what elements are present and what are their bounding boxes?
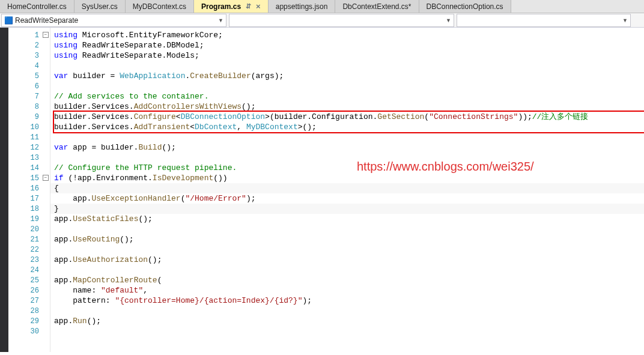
file-tab[interactable]: MyDBContext.cs: [126, 0, 194, 13]
code-line[interactable]: // Configure the HTTP request pipeline.: [50, 163, 644, 173]
file-tab[interactable]: Program.cs⇵×: [194, 0, 269, 13]
code-line[interactable]: // Add services to the container.: [50, 91, 644, 102]
line-number-gutter: 1234567891011121314151617181920212223242…: [8, 28, 50, 352]
code-line[interactable]: var builder = WebApplication.CreateBuild…: [50, 71, 644, 81]
csharp-icon: 🟦: [4, 16, 13, 25]
close-icon[interactable]: ×: [256, 2, 261, 11]
code-line[interactable]: [50, 244, 644, 255]
scope-dropdown-2[interactable]: ▼: [229, 14, 454, 27]
code-line[interactable]: [50, 224, 644, 234]
file-tab[interactable]: HomeController.cs: [0, 0, 74, 13]
code-line[interactable]: {: [50, 183, 644, 193]
code-line[interactable]: var app = builder.Build();: [50, 142, 644, 153]
code-line[interactable]: app.UseExceptionHandler("/Home/Error");: [50, 193, 644, 204]
fold-toggle[interactable]: −: [43, 32, 49, 38]
scope-1-text: ReadWriteSeparate: [15, 16, 78, 25]
file-tab[interactable]: DBConnectionOption.cs: [419, 0, 511, 13]
pin-icon[interactable]: ⇵: [246, 2, 251, 10]
tab-label: SysUser.cs: [82, 2, 118, 11]
code-editor[interactable]: https://www.cnblogs.com/wei325/ using Mi…: [50, 28, 644, 352]
code-line[interactable]: using ReadWriteSeparate.DBModel;: [50, 40, 644, 50]
code-line[interactable]: app.UseAuthorization();: [50, 255, 644, 265]
scope-dropdown-3[interactable]: ▼: [457, 14, 631, 27]
code-line[interactable]: using ReadWriteSeparate.Models;: [50, 50, 644, 61]
scope-dropdown-1[interactable]: 🟦ReadWriteSeparate ▼: [1, 14, 226, 27]
code-line[interactable]: app.Run();: [50, 316, 644, 326]
code-line[interactable]: app.MapControllerRoute(: [50, 275, 644, 285]
code-line[interactable]: builder.Services.AddControllersWithViews…: [50, 102, 644, 112]
file-tab[interactable]: DbContextExtend.cs*: [335, 0, 419, 13]
code-line[interactable]: [50, 81, 644, 91]
chevron-down-icon: ▼: [622, 17, 628, 23]
code-line[interactable]: builder.Services.Configure<DBConnectionO…: [50, 112, 644, 122]
code-line[interactable]: [50, 153, 644, 163]
chevron-down-icon: ▼: [218, 17, 223, 23]
tab-label: Program.cs: [201, 2, 241, 11]
code-line[interactable]: app.UseStaticFiles();: [50, 214, 644, 224]
code-line[interactable]: }: [50, 204, 644, 214]
code-line[interactable]: pattern: "{controller=Home}/{action=Inde…: [50, 296, 644, 306]
code-line[interactable]: [50, 326, 644, 336]
tab-label: appsettings.json: [276, 2, 328, 11]
fold-toggle[interactable]: −: [43, 175, 49, 181]
tab-label: DbContextExtend.cs*: [342, 2, 411, 11]
code-line[interactable]: [50, 306, 644, 316]
code-line[interactable]: name: "default",: [50, 285, 644, 296]
code-line[interactable]: [50, 61, 644, 71]
file-tab[interactable]: appsettings.json: [269, 0, 336, 13]
tab-label: MyDBContext.cs: [133, 2, 186, 11]
chevron-down-icon: ▼: [446, 17, 451, 23]
code-line[interactable]: if (!app.Environment.IsDevelopment()): [50, 173, 644, 183]
code-line[interactable]: app.UseRouting();: [50, 234, 644, 244]
code-line[interactable]: builder.Services.AddTransient<DbContext,…: [50, 122, 644, 132]
code-line[interactable]: using Microsoft.EntityFrameworkCore;: [50, 30, 644, 40]
code-line[interactable]: [50, 265, 644, 275]
tab-label: HomeController.cs: [7, 2, 67, 11]
file-tab[interactable]: SysUser.cs: [74, 0, 126, 13]
tab-label: DBConnectionOption.cs: [427, 2, 503, 11]
code-line[interactable]: [50, 132, 644, 142]
side-toolbar: [0, 28, 8, 352]
